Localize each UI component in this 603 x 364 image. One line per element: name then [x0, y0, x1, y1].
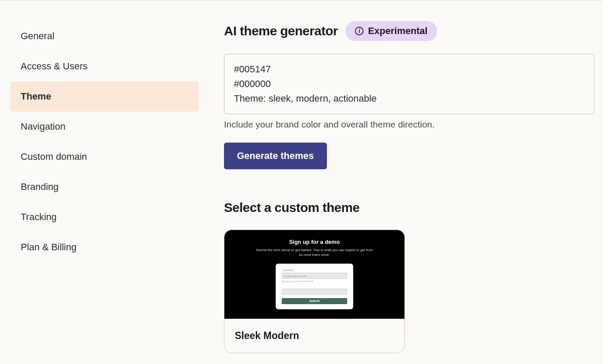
- sidebar-item-tracking[interactable]: Tracking: [10, 202, 199, 232]
- sidebar-item-navigation[interactable]: Navigation: [10, 112, 199, 142]
- preview-title: Sign up for a demo: [233, 239, 396, 245]
- sidebar-item-plan-billing[interactable]: Plan & Billing: [10, 232, 199, 262]
- page-title: AI theme generator: [224, 24, 338, 38]
- generate-themes-button[interactable]: Generate themes: [224, 143, 327, 169]
- page-header: AI theme generator i Experimental: [224, 21, 594, 41]
- section-title: Select a custom theme: [224, 200, 594, 215]
- settings-sidebar: General Access & Users Theme Navigation …: [0, 0, 200, 364]
- sidebar-item-custom-domain[interactable]: Custom domain: [10, 142, 199, 172]
- sidebar-item-general[interactable]: General: [10, 21, 199, 51]
- info-icon: i: [355, 27, 364, 35]
- preview-required-label: (required): [283, 269, 347, 271]
- preview-email-hint: Please add your work email.: [282, 280, 347, 283]
- sidebar-item-branding[interactable]: Branding: [10, 172, 199, 202]
- preview-form: (required) you@company.com Please add yo…: [276, 264, 353, 309]
- theme-card-name: Sleek Modern: [224, 319, 404, 353]
- theme-preview: Sign up for a demo Submit the form below…: [224, 230, 404, 318]
- prompt-helper-text: Include your brand color and overall the…: [224, 119, 594, 130]
- theme-prompt-input[interactable]: #005147 #000000 Theme: sleek, modern, ac…: [224, 54, 594, 114]
- preview-email-input: you@company.com: [282, 273, 347, 279]
- preview-second-input: [282, 289, 347, 295]
- theme-card-sleek-modern[interactable]: Sign up for a demo Submit the form below…: [224, 230, 405, 353]
- badge-label: Experimental: [368, 25, 427, 37]
- sidebar-item-access-users[interactable]: Access & Users: [10, 51, 199, 81]
- main-content: AI theme generator i Experimental #00514…: [200, 0, 603, 364]
- preview-submit-button: Submit: [282, 298, 347, 304]
- sidebar-item-theme[interactable]: Theme: [10, 81, 199, 112]
- experimental-badge: i Experimental: [345, 21, 437, 41]
- preview-subtitle: Submit the form below to get started. Th…: [254, 248, 375, 257]
